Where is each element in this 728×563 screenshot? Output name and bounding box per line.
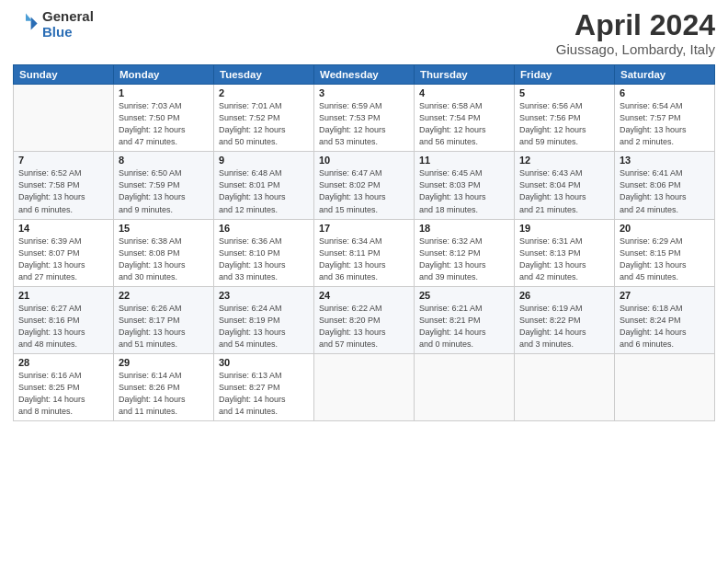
- day-info: Sunrise: 6:26 AM Sunset: 8:17 PM Dayligh…: [119, 303, 209, 350]
- table-row: 5Sunrise: 6:56 AM Sunset: 7:56 PM Daylig…: [515, 85, 615, 152]
- logo-text: General Blue: [42, 9, 94, 40]
- logo-blue: Blue: [42, 25, 94, 40]
- day-info: Sunrise: 6:21 AM Sunset: 8:21 PM Dayligh…: [419, 303, 509, 350]
- day-number: 15: [119, 223, 209, 234]
- day-info: Sunrise: 7:03 AM Sunset: 7:50 PM Dayligh…: [119, 100, 209, 148]
- day-info: Sunrise: 6:47 AM Sunset: 8:02 PM Dayligh…: [319, 167, 409, 215]
- table-row: 21Sunrise: 6:27 AM Sunset: 8:16 PM Dayli…: [14, 286, 114, 353]
- day-info: Sunrise: 6:50 AM Sunset: 7:59 PM Dayligh…: [119, 167, 209, 215]
- table-row: 24Sunrise: 6:22 AM Sunset: 8:20 PM Dayli…: [314, 286, 415, 353]
- day-info: Sunrise: 6:41 AM Sunset: 8:06 PM Dayligh…: [620, 167, 710, 215]
- day-number: 3: [319, 87, 409, 98]
- day-info: Sunrise: 6:54 AM Sunset: 7:57 PM Dayligh…: [620, 100, 710, 148]
- day-number: 11: [419, 155, 509, 166]
- header-sunday: Sunday: [14, 65, 114, 85]
- day-info: Sunrise: 6:13 AM Sunset: 8:27 PM Dayligh…: [219, 370, 309, 418]
- day-number: 26: [519, 290, 609, 301]
- table-row: 18Sunrise: 6:32 AM Sunset: 8:12 PM Dayli…: [415, 219, 515, 286]
- day-number: 17: [319, 223, 409, 234]
- day-info: Sunrise: 6:45 AM Sunset: 8:03 PM Dayligh…: [419, 167, 509, 215]
- header-wednesday: Wednesday: [314, 65, 415, 85]
- table-row: [615, 353, 715, 420]
- day-number: 27: [620, 290, 710, 301]
- table-row: 30Sunrise: 6:13 AM Sunset: 8:27 PM Dayli…: [214, 353, 314, 420]
- day-number: 18: [419, 223, 509, 234]
- table-row: 9Sunrise: 6:48 AM Sunset: 8:01 PM Daylig…: [214, 152, 314, 219]
- day-number: 13: [620, 155, 710, 166]
- weekday-header-row: Sunday Monday Tuesday Wednesday Thursday…: [14, 65, 715, 85]
- table-row: 6Sunrise: 6:54 AM Sunset: 7:57 PM Daylig…: [615, 85, 715, 152]
- day-info: Sunrise: 6:18 AM Sunset: 8:24 PM Dayligh…: [620, 303, 710, 350]
- table-row: 1Sunrise: 7:03 AM Sunset: 7:50 PM Daylig…: [114, 85, 214, 152]
- table-row: 8Sunrise: 6:50 AM Sunset: 7:59 PM Daylig…: [114, 152, 214, 219]
- table-row: 17Sunrise: 6:34 AM Sunset: 8:11 PM Dayli…: [314, 219, 415, 286]
- day-number: 16: [219, 223, 309, 234]
- page: General Blue April 2024 Giussago, Lombar…: [0, 0, 728, 563]
- day-number: 24: [319, 290, 409, 301]
- table-row: 14Sunrise: 6:39 AM Sunset: 8:07 PM Dayli…: [14, 219, 114, 286]
- day-number: 29: [119, 357, 209, 368]
- table-row: 25Sunrise: 6:21 AM Sunset: 8:21 PM Dayli…: [415, 286, 515, 353]
- table-row: [515, 353, 615, 420]
- day-info: Sunrise: 6:48 AM Sunset: 8:01 PM Dayligh…: [219, 167, 309, 215]
- table-row: [314, 353, 415, 420]
- day-number: 28: [18, 357, 108, 368]
- logo-general: General: [42, 9, 94, 25]
- day-info: Sunrise: 6:52 AM Sunset: 7:58 PM Dayligh…: [18, 167, 108, 215]
- day-number: 30: [219, 357, 309, 368]
- day-info: Sunrise: 6:29 AM Sunset: 8:15 PM Dayligh…: [620, 236, 710, 283]
- table-row: 13Sunrise: 6:41 AM Sunset: 8:06 PM Dayli…: [615, 152, 715, 219]
- day-info: Sunrise: 6:58 AM Sunset: 7:54 PM Dayligh…: [419, 100, 509, 148]
- table-row: 16Sunrise: 6:36 AM Sunset: 8:10 PM Dayli…: [214, 219, 314, 286]
- calendar-week-row: 7Sunrise: 6:52 AM Sunset: 7:58 PM Daylig…: [14, 152, 715, 219]
- day-number: 1: [119, 87, 209, 98]
- table-row: 26Sunrise: 6:19 AM Sunset: 8:22 PM Dayli…: [515, 286, 615, 353]
- day-info: Sunrise: 6:31 AM Sunset: 8:13 PM Dayligh…: [519, 236, 609, 283]
- day-info: Sunrise: 6:43 AM Sunset: 8:04 PM Dayligh…: [519, 167, 609, 215]
- day-number: 22: [119, 290, 209, 301]
- day-number: 12: [519, 155, 609, 166]
- table-row: 3Sunrise: 6:59 AM Sunset: 7:53 PM Daylig…: [314, 85, 415, 152]
- day-info: Sunrise: 6:34 AM Sunset: 8:11 PM Dayligh…: [319, 236, 409, 283]
- header-saturday: Saturday: [615, 65, 715, 85]
- header-monday: Monday: [114, 65, 214, 85]
- day-number: 23: [219, 290, 309, 301]
- table-row: [415, 353, 515, 420]
- calendar-title: April 2024: [556, 9, 715, 41]
- day-info: Sunrise: 6:24 AM Sunset: 8:19 PM Dayligh…: [219, 303, 309, 350]
- logo-icon: [13, 12, 39, 38]
- day-number: 4: [419, 87, 509, 98]
- table-row: 27Sunrise: 6:18 AM Sunset: 8:24 PM Dayli…: [615, 286, 715, 353]
- day-number: 9: [219, 155, 309, 166]
- calendar-week-row: 21Sunrise: 6:27 AM Sunset: 8:16 PM Dayli…: [14, 286, 715, 353]
- day-info: Sunrise: 6:36 AM Sunset: 8:10 PM Dayligh…: [219, 236, 309, 283]
- table-row: 15Sunrise: 6:38 AM Sunset: 8:08 PM Dayli…: [114, 219, 214, 286]
- day-info: Sunrise: 7:01 AM Sunset: 7:52 PM Dayligh…: [219, 100, 309, 148]
- header-friday: Friday: [515, 65, 615, 85]
- calendar-week-row: 28Sunrise: 6:16 AM Sunset: 8:25 PM Dayli…: [14, 353, 715, 420]
- logo: General Blue: [13, 9, 94, 40]
- table-row: 4Sunrise: 6:58 AM Sunset: 7:54 PM Daylig…: [415, 85, 515, 152]
- day-number: 20: [620, 223, 710, 234]
- day-number: 10: [319, 155, 409, 166]
- day-info: Sunrise: 6:56 AM Sunset: 7:56 PM Dayligh…: [519, 100, 609, 148]
- day-info: Sunrise: 6:38 AM Sunset: 8:08 PM Dayligh…: [119, 236, 209, 283]
- day-info: Sunrise: 6:19 AM Sunset: 8:22 PM Dayligh…: [519, 303, 609, 350]
- table-row: 7Sunrise: 6:52 AM Sunset: 7:58 PM Daylig…: [14, 152, 114, 219]
- day-info: Sunrise: 6:14 AM Sunset: 8:26 PM Dayligh…: [119, 370, 209, 418]
- day-info: Sunrise: 6:32 AM Sunset: 8:12 PM Dayligh…: [419, 236, 509, 283]
- day-number: 25: [419, 290, 509, 301]
- table-row: 2Sunrise: 7:01 AM Sunset: 7:52 PM Daylig…: [214, 85, 314, 152]
- day-number: 21: [18, 290, 108, 301]
- day-number: 19: [519, 223, 609, 234]
- table-row: 20Sunrise: 6:29 AM Sunset: 8:15 PM Dayli…: [615, 219, 715, 286]
- calendar-table: Sunday Monday Tuesday Wednesday Thursday…: [13, 64, 715, 421]
- calendar-week-row: 1Sunrise: 7:03 AM Sunset: 7:50 PM Daylig…: [14, 85, 715, 152]
- title-block: April 2024 Giussago, Lombardy, Italy: [556, 9, 715, 57]
- day-number: 8: [119, 155, 209, 166]
- day-number: 6: [620, 87, 710, 98]
- table-row: 23Sunrise: 6:24 AM Sunset: 8:19 PM Dayli…: [214, 286, 314, 353]
- day-info: Sunrise: 6:22 AM Sunset: 8:20 PM Dayligh…: [319, 303, 409, 350]
- day-number: 14: [18, 223, 108, 234]
- header-thursday: Thursday: [415, 65, 515, 85]
